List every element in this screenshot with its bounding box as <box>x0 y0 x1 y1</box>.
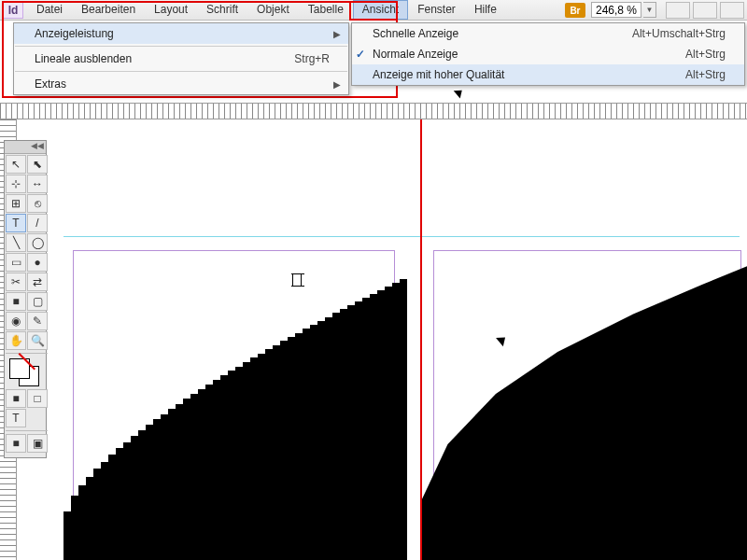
tool-15[interactable]: ▢ <box>27 292 48 311</box>
dd-separator <box>15 71 347 72</box>
submenu-arrow-icon: ▶ <box>333 29 341 39</box>
app-icon: Id <box>3 1 23 19</box>
document-canvas[interactable] <box>17 119 747 560</box>
dd-label: Schnelle Anzeige <box>373 27 458 40</box>
dd-schnelle-anzeige[interactable]: Schnelle Anzeige Alt+Umschalt+Strg <box>352 23 744 44</box>
mouse-cursor-icon <box>454 87 465 99</box>
tool-14[interactable]: ■ <box>6 292 26 311</box>
view-options-icon[interactable] <box>666 2 690 19</box>
bridge-icon[interactable]: Br <box>565 3 585 18</box>
tool-5[interactable]: ⎋ <box>27 194 48 213</box>
screen-mode-icon[interactable] <box>693 2 717 19</box>
tool-18[interactable]: ✋ <box>6 331 26 350</box>
tool-19[interactable]: 🔍 <box>27 331 48 350</box>
anzeigeleistung-submenu: Schnelle Anzeige Alt+Umschalt+Strg ✓ Nor… <box>351 22 745 86</box>
dd-shortcut: Strg+R <box>294 52 330 65</box>
tool-separator <box>6 353 48 354</box>
dd-shortcut: Alt+Umschalt+Strg <box>632 27 726 40</box>
menu-layout[interactable]: Layout <box>145 0 197 20</box>
dd-hohe-qualitaet[interactable]: Anzeige mit hoher Qualität Alt+Strg <box>352 64 744 85</box>
dd-label: Anzeigeleistung <box>35 27 114 40</box>
dd-separator <box>15 46 347 47</box>
apply-mode-1[interactable]: □ <box>27 389 48 408</box>
menubar: Id Datei Bearbeiten Layout Schrift Objek… <box>0 0 747 21</box>
dd-label: Normale Anzeige <box>373 48 458 61</box>
tool-6[interactable]: T <box>6 214 26 232</box>
menu-tabelle[interactable]: Tabelle <box>299 0 353 20</box>
fill-stroke-swatch[interactable] <box>6 357 48 388</box>
ansicht-dropdown: Anzeigeleistung ▶ Lineale ausblenden Str… <box>13 22 349 95</box>
dd-label: Lineale ausblenden <box>35 52 132 65</box>
tool-4[interactable]: ⊞ <box>6 194 26 213</box>
screen-mode-1[interactable]: ▣ <box>27 434 48 453</box>
dd-label: Extras <box>35 77 66 91</box>
apply-mode-0[interactable]: ■ <box>6 389 26 408</box>
tool-3[interactable]: ↔ <box>27 175 48 193</box>
menu-schrift[interactable]: Schrift <box>197 0 247 20</box>
menu-objekt[interactable]: Objekt <box>247 0 299 20</box>
apply-mode-2[interactable]: T <box>6 409 26 427</box>
tool-16[interactable]: ◉ <box>6 312 26 330</box>
zoom-field[interactable]: 246,8 % <box>591 2 641 18</box>
tool-17[interactable]: ✎ <box>27 312 48 330</box>
menu-hilfe[interactable]: Hilfe <box>465 0 506 20</box>
tool-13[interactable]: ⇄ <box>27 273 48 291</box>
dd-shortcut: Alt+Strg <box>685 68 726 81</box>
zoom-dropdown-icon[interactable]: ▼ <box>643 2 656 18</box>
tool-7[interactable]: / <box>27 214 48 232</box>
tool-8[interactable]: ╲ <box>6 233 26 252</box>
tool-0[interactable]: ↖ <box>6 155 26 174</box>
tool-9[interactable]: ◯ <box>27 233 48 252</box>
menu-bearbeiten[interactable]: Bearbeiten <box>72 0 145 20</box>
menu-fenster[interactable]: Fenster <box>408 0 465 20</box>
dd-lineale-ausblenden[interactable]: Lineale ausblenden Strg+R <box>14 49 348 69</box>
tool-1[interactable]: ⬉ <box>27 155 48 174</box>
check-icon: ✓ <box>356 48 365 61</box>
dd-shortcut: Alt+Strg <box>685 48 726 61</box>
dd-label: Anzeige mit hoher Qualität <box>373 68 504 81</box>
tool-11[interactable]: ● <box>27 253 48 272</box>
tools-panel[interactable]: ◀◀ ↖⬉⊹↔⊞⎋T/╲◯▭●✂⇄■▢◉✎✋🔍■□T■▣ <box>4 140 47 458</box>
dd-anzeigeleistung[interactable]: Anzeigeleistung ▶ <box>14 23 348 44</box>
menu-ansicht[interactable]: Ansicht <box>353 0 408 20</box>
dd-extras[interactable]: Extras ▶ <box>14 74 348 94</box>
submenu-arrow-icon: ▶ <box>333 79 341 90</box>
guide-line[interactable] <box>63 236 740 237</box>
tool-10[interactable]: ▭ <box>6 253 26 272</box>
panel-collapse-icon[interactable]: ◀◀ <box>5 141 46 154</box>
tool-2[interactable]: ⊹ <box>6 175 26 193</box>
menu-datei[interactable]: Datei <box>27 0 72 20</box>
text-cursor-icon <box>292 273 302 287</box>
screen-mode-0[interactable]: ■ <box>6 434 26 453</box>
arrange-icon[interactable] <box>720 2 744 19</box>
tool-separator <box>6 430 48 431</box>
dd-normale-anzeige[interactable]: ✓ Normale Anzeige Alt+Strg <box>352 44 744 64</box>
tool-12[interactable]: ✂ <box>6 273 26 291</box>
horizontal-ruler[interactable] <box>0 103 747 119</box>
comparison-divider <box>420 119 422 560</box>
